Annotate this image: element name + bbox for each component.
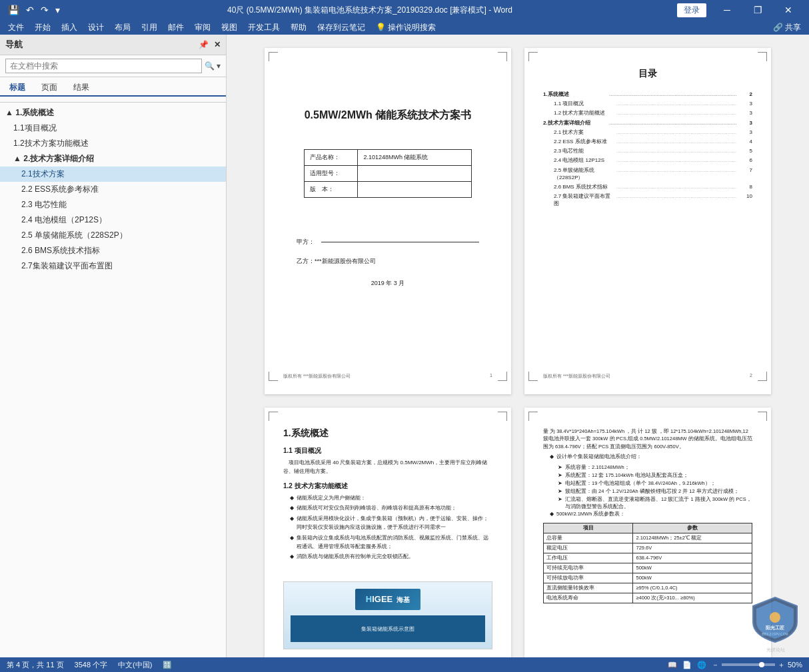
zoom-slider[interactable] xyxy=(722,663,775,666)
bullet-2: ◆ 储能系统可对安仅负荷到削峰填谷、削峰填谷和提高原有本地功能； xyxy=(290,504,492,513)
toc-footer-page: 2 xyxy=(750,373,752,380)
table-row: 直流侧能量转换效率 ≥95% (C/0.1,0.4C) xyxy=(544,583,752,593)
status-right: 📖 📄 🌐 － ＋ 50% xyxy=(668,660,802,670)
menu-references[interactable]: 引用 xyxy=(136,21,163,35)
menu-insert[interactable]: 插入 xyxy=(56,21,83,35)
zoom-level: 50% xyxy=(788,661,802,669)
tech-intro-text: 量 为 38.4V*19*240Ah=175.104kWh ，共 计 12 簇 … xyxy=(543,428,752,450)
page-footer-toc: 版权所有 ***新能源股份有限公司 2 xyxy=(524,373,771,380)
table-header-param: 参数 xyxy=(633,523,752,533)
menu-layout[interactable]: 布局 xyxy=(109,21,136,35)
quick-access-toolbar[interactable]: 💾 ↶ ↷ ▾ xyxy=(5,3,63,17)
system-params-table: 项目 参数 总容量 2.101248MWh；25±2℃ 额定 额定电压 xyxy=(543,523,752,603)
nav-item-section2[interactable]: ▲ 2.技术方案详细介绍 xyxy=(0,151,226,167)
menu-review[interactable]: 审阅 xyxy=(189,21,216,35)
menu-mailings[interactable]: 邮件 xyxy=(163,21,189,35)
toc-content: 目录 1.系统概述 ..............................… xyxy=(524,48,771,394)
bullet-1: ◆ 储能系统定义为用户侧储能： xyxy=(290,494,492,503)
save-icon[interactable]: 💾 xyxy=(5,3,22,17)
nav-pin-icon[interactable]: 📌 xyxy=(199,40,209,49)
footer-page-num: 1 xyxy=(490,373,492,380)
svg-text:阳光工匠: 阳光工匠 xyxy=(766,625,784,630)
product-name-label: 产品名称： xyxy=(305,150,358,166)
restore-button[interactable]: ❐ xyxy=(742,0,773,20)
bullet-system-table: ◆ 500kW/2.1MWh 系统参数表： xyxy=(550,510,752,519)
toc-row-2-4: 2.4 电池模组 12P12S ........................… xyxy=(543,157,752,164)
menu-devtools[interactable]: 开发工具 xyxy=(243,21,285,35)
sub-bullet-station: ➤ 电站配置：19 个电池箱组成（单个 38.4V/240Ah，9.216kWh… xyxy=(558,480,752,488)
sub-bullet-junction: ➤ 汇流箱、熔断器、直流逆变液箱断路器、12 簇汇流于 1 路接入 300kW … xyxy=(558,496,752,511)
document-area[interactable]: 0.5MW/2MWh 储能系统技术方案书 产品名称： 2.101248MWh 储… xyxy=(227,35,809,657)
nav-item-1-1[interactable]: 1.1项目概况 xyxy=(0,121,226,136)
menu-tell-me[interactable]: 💡 操作说明搜索 xyxy=(371,21,441,35)
title-bar: 💾 ↶ ↷ ▾ 40尺 (0.5MW/2MWh) 集装箱电池系统技术方案_201… xyxy=(0,0,809,20)
page-toc: 目录 1.系统概述 ..............................… xyxy=(524,48,771,394)
page-cover: 0.5MW/2MWh 储能系统技术方案书 产品名称： 2.101248MWh 储… xyxy=(265,48,511,394)
sub-bullet-config: ➤ 系统配置：12 套 175.104kWh 电池站及配套高压盒； xyxy=(558,472,752,480)
nav-item-2-3[interactable]: 2.3 电芯性能 xyxy=(0,197,226,212)
nav-item-2-1[interactable]: 2.1技术方案 xyxy=(0,167,226,182)
toc-row-1: 1.系统概述 .................................… xyxy=(543,91,752,98)
view-print-icon[interactable]: 📖 xyxy=(668,661,677,669)
table-row: 总容量 2.101248MWh；25±2℃ 额定 xyxy=(544,533,752,543)
menu-save-notes[interactable]: 保存到云笔记 xyxy=(312,21,371,35)
nav-close-icon[interactable]: ✕ xyxy=(214,40,221,49)
zoom-controls[interactable]: － ＋ 50% xyxy=(712,660,802,670)
bullet-system-intro: ◆ 设计单个集装箱储能电池系统介绍： xyxy=(550,453,752,462)
bullet-3: ◆ 储能系统采用模块化设计，集成于集装箱（预制机）内，便于运输、安装、操作；同时… xyxy=(290,515,492,532)
menu-design[interactable]: 设计 xyxy=(83,21,109,35)
section1-heading: 1.系统概述 xyxy=(283,428,492,440)
close-button[interactable]: ✕ xyxy=(773,0,804,20)
cover-info-table: 产品名称： 2.101248MWh 储能系统 适用型号： 版 本： xyxy=(304,149,471,198)
tab-pages[interactable]: 页面 xyxy=(37,80,61,95)
tab-headings[interactable]: 标题 xyxy=(5,80,29,97)
menu-help[interactable]: 帮助 xyxy=(285,21,312,35)
svg-text:BBS.21SPV.COM: BBS.21SPV.COM xyxy=(762,632,788,636)
nav-item-section1[interactable]: ▲ 1.系统概述 xyxy=(0,105,226,121)
search-icon[interactable]: 🔍 ▾ xyxy=(205,61,221,71)
nav-item-1-2[interactable]: 1.2技术方案功能概述 xyxy=(0,136,226,151)
table-row: 电池系统寿命 ≥4000 次(充>310... ≥80%) xyxy=(544,593,752,603)
footer-copyright: 版权所有 ***新能源股份有限公司 xyxy=(283,373,351,380)
ribbon-menu: 文件 开始 插入 设计 布局 引用 邮件 审阅 视图 开发工具 帮助 保存到云笔… xyxy=(0,20,809,35)
nav-item-2-6[interactable]: 2.6 BMS系统技术指标 xyxy=(0,243,226,258)
higee-image: HIGEE海基 集装箱储能系统示意图 xyxy=(283,581,492,649)
menu-view[interactable]: 视图 xyxy=(216,21,243,35)
section1-2-heading: 1.2 技术方案功能概述 xyxy=(283,482,492,491)
table-row: 可持续充电功率 500kW xyxy=(544,563,752,573)
zoom-in-icon[interactable]: ＋ xyxy=(778,660,785,670)
cover-date: 2019 年 3 月 xyxy=(283,279,492,288)
nav-item-2-5[interactable]: 2.5 单簇储能系统（228S2P） xyxy=(0,228,226,243)
nav-item-2-2[interactable]: 2.2 ESS系统参考标准 xyxy=(0,182,226,197)
search-input[interactable] xyxy=(5,59,202,73)
nav-item-2-4[interactable]: 2.4 电池模组（2P12S） xyxy=(0,212,226,228)
login-button[interactable]: 登录 xyxy=(677,3,706,17)
table-header-item: 项目 xyxy=(544,523,633,533)
share-button[interactable]: 🔗 共享 xyxy=(768,21,806,35)
window-title: 40尺 (0.5MW/2MWh) 集装箱电池系统技术方案_20190329.do… xyxy=(63,5,677,16)
proofing-icon: 🔠 xyxy=(163,661,172,669)
model-value xyxy=(358,166,471,182)
section1-1-text: 项目电池系统采用 40 尺集装箱方案，总规模为 0.5MW/2MWh，主要用于应… xyxy=(283,459,492,476)
customize-icon[interactable]: ▾ xyxy=(53,3,63,17)
redo-icon[interactable]: ↷ xyxy=(38,3,51,17)
nav-tabs: 标题 页面 结果 xyxy=(0,77,226,97)
bullet-5: ◆ 消防系统与储能系统所有控制单元完全联锁匹配。 xyxy=(290,553,492,561)
menu-file[interactable]: 文件 xyxy=(3,21,29,35)
nav-item-2-7[interactable]: 2.7集装箱建议平面布置图 xyxy=(0,258,226,274)
toc-row-2-2: 2.2 ESS 系统参考标准 .........................… xyxy=(543,138,752,145)
view-layout-icon[interactable]: 📄 xyxy=(682,661,692,669)
view-web-icon[interactable]: 🌐 xyxy=(697,661,706,669)
version-value xyxy=(358,182,471,198)
product-name-value: 2.101248MWh 储能系统 xyxy=(358,150,471,166)
table-row: 可持续放电功率 500kW xyxy=(544,573,752,583)
undo-icon[interactable]: ↶ xyxy=(23,3,37,17)
pages-row2: 1.系统概述 1.1 项目概况 项目电池系统采用 40 尺集装箱方案，总规模为 … xyxy=(240,408,796,657)
menu-home[interactable]: 开始 xyxy=(29,21,56,35)
tab-results[interactable]: 结果 xyxy=(69,80,93,95)
toc-row-2-3: 2.3 电芯性能 ...............................… xyxy=(543,147,752,155)
nav-tree: ▲ 1.系统概述 1.1项目概况 1.2技术方案功能概述 ▲ 2.技术方案详细介… xyxy=(0,97,226,657)
zoom-out-icon[interactable]: － xyxy=(712,660,719,670)
system-overview-content: 1.系统概述 1.1 项目概况 项目电池系统采用 40 尺集装箱方案，总规模为 … xyxy=(265,408,511,657)
minimize-button[interactable]: ─ xyxy=(712,0,742,20)
